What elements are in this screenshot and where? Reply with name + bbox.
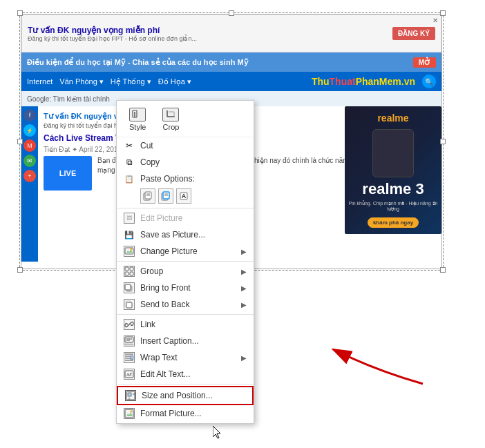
ad-banner-top: Tư vấn ĐK nguyện vọng miễn phí Đăng ký t…: [21, 14, 441, 52]
sidebar-messenger-icon[interactable]: ⚡: [23, 124, 36, 137]
realme-tagline: Pin khủng. Chip mạnh mẽ - Hiệu năng ấn t…: [345, 201, 441, 212]
cm-group-item[interactable]: Group ▶: [117, 263, 254, 280]
nav-he-thong[interactable]: Hệ Thống ▾: [111, 77, 151, 86]
svg-point-17: [131, 249, 133, 251]
ad-desc: Đăng ký thi tốt tuyển Đại học FPT - Hồ s…: [28, 35, 387, 42]
cm-edit-alt-text-label: Edit Alt Text...: [140, 369, 247, 379]
svg-rect-35: [131, 356, 133, 360]
link-icon: [124, 319, 135, 330]
cm-wrap-text-item[interactable]: Wrap Text ▶: [117, 349, 254, 366]
cm-cut-item[interactable]: ✂ Cut: [117, 137, 254, 154]
sidebar-plus-icon[interactable]: +: [23, 170, 36, 182]
cm-copy-item[interactable]: ⧉ Copy: [117, 154, 254, 171]
cm-save-picture-label: Save as Picture...: [140, 230, 247, 240]
paste-icon-2[interactable]: [158, 188, 173, 204]
cm-toolbar: Style Crop: [117, 102, 254, 137]
toolbar-style-item[interactable]: Style: [124, 106, 151, 133]
size-position-icon: [125, 390, 136, 401]
ad2-btn[interactable]: MỞ: [413, 57, 436, 68]
save-picture-icon: 💾: [124, 229, 135, 240]
style-label: Style: [129, 123, 146, 131]
edit-picture-icon: 🖼: [124, 213, 135, 224]
svg-rect-18: [125, 267, 129, 271]
cm-save-picture-item[interactable]: 💾 Save as Picture...: [117, 226, 254, 243]
cm-insert-caption-label: Insert Caption...: [140, 336, 247, 346]
format-picture-icon: [124, 408, 135, 419]
svg-text:A: A: [182, 193, 187, 199]
svg-text:alt: alt: [126, 372, 132, 377]
brand-text: ThuThuatPhanMem.vn: [312, 76, 415, 87]
cm-change-picture-label: Change Picture: [140, 246, 236, 256]
cm-paste-options: 📋 Paste Options:: [117, 171, 254, 187]
group-icon: [124, 266, 135, 277]
cm-edit-alt-text-item[interactable]: alt Edit Alt Text...: [117, 366, 254, 382]
cm-separator-4: [117, 384, 254, 384]
crop-icon: [162, 108, 179, 121]
change-picture-icon: [124, 246, 135, 257]
svg-line-26: [128, 323, 131, 326]
ad2-title: Điều kiện để du học tại Mỹ - Chia sẻ của…: [27, 58, 249, 67]
sidebar-facebook-icon[interactable]: f: [23, 109, 36, 121]
svg-rect-25: [126, 302, 132, 308]
cm-separator-1: [117, 208, 254, 208]
bring-front-arrow: ▶: [241, 284, 247, 292]
svg-point-43: [131, 411, 133, 413]
crop-label: Crop: [163, 123, 180, 131]
live-badge: LIVE: [59, 169, 76, 177]
bring-front-icon: [124, 282, 135, 293]
nav-internet[interactable]: Internet: [27, 77, 53, 86]
svg-rect-42: [125, 409, 133, 418]
ad-register-btn[interactable]: ĐĂNG KÝ: [392, 27, 435, 40]
style-icon: [129, 108, 146, 121]
canvas-area: Tư vấn ĐK nguyện vọng miễn phí Đăng ký t…: [0, 0, 485, 448]
search-icon[interactable]: 🔍: [422, 75, 436, 88]
cm-send-back-item[interactable]: Send to Back ▶: [117, 296, 254, 313]
sidebar-email-icon[interactable]: ✉: [23, 155, 36, 167]
cm-cut-label: Cut: [140, 141, 247, 150]
cm-separator-2: [117, 261, 254, 262]
cm-group-label: Group: [140, 266, 236, 276]
send-back-icon: [124, 299, 135, 310]
svg-rect-30: [125, 344, 133, 345]
sidebar-gmail-icon[interactable]: M: [23, 139, 36, 152]
cut-icon: ✂: [124, 140, 135, 151]
cm-change-picture-item[interactable]: Change Picture ▶: [117, 243, 254, 260]
paste-icon: 📋: [124, 173, 135, 184]
cm-paste-label: Paste Options:: [140, 174, 247, 184]
cm-size-position-item[interactable]: Size and Position...: [117, 386, 254, 405]
ad-close-icon[interactable]: ✕: [432, 17, 438, 24]
paste-icon-1[interactable]: [140, 188, 155, 204]
google-search-label: Google: Tìm kiếm tài chính: [27, 95, 110, 103]
nav-do-hoa[interactable]: Đồ Họa ▾: [158, 77, 191, 86]
cm-link-item[interactable]: Link: [117, 316, 254, 333]
paste-icon-3[interactable]: A: [176, 188, 191, 204]
wrap-text-arrow: ▶: [241, 354, 247, 362]
article-thumbnail: LIVE: [44, 156, 92, 191]
paste-icons-row: A: [117, 187, 254, 206]
cm-edit-picture-item: 🖼 Edit Picture: [117, 210, 254, 226]
cm-format-picture-label: Format Picture...: [140, 409, 247, 418]
cm-size-position-label: Size and Position...: [142, 391, 245, 400]
nav-van-phong[interactable]: Văn Phòng ▾: [59, 77, 104, 86]
toolbar-crop-item[interactable]: Crop: [157, 106, 184, 133]
nav-bar: Internet Văn Phòng ▾ Hệ Thống ▾ Đồ Họa ▾…: [21, 72, 441, 91]
mouse-cursor: [213, 426, 224, 442]
cm-link-label: Link: [140, 320, 247, 329]
cm-format-picture-item[interactable]: Format Picture...: [117, 405, 254, 422]
realme-ad: realme realme 3 Pin khủng. Chip mạnh mẽ …: [345, 106, 441, 234]
svg-rect-19: [130, 267, 133, 271]
realme-brand: realme: [377, 113, 408, 124]
ad-bar-2: Điều kiện để du học tại Mỹ - Chia sẻ của…: [21, 52, 441, 72]
cm-insert-caption-item[interactable]: Insert Caption...: [117, 333, 254, 349]
cm-bring-front-item[interactable]: Bring to Front ▶: [117, 280, 254, 296]
realme-phone-image: [372, 129, 414, 177]
realme-cta-button[interactable]: khám phá ngay: [368, 217, 419, 228]
change-picture-arrow: ▶: [241, 248, 247, 255]
insert-caption-icon: [124, 335, 135, 347]
svg-rect-20: [125, 272, 129, 275]
edit-alt-text-icon: alt: [124, 369, 135, 380]
wrap-text-icon: [124, 352, 135, 363]
cm-separator-3: [117, 314, 254, 315]
realme-model: realme 3: [362, 180, 424, 198]
red-arrow: [319, 335, 430, 393]
